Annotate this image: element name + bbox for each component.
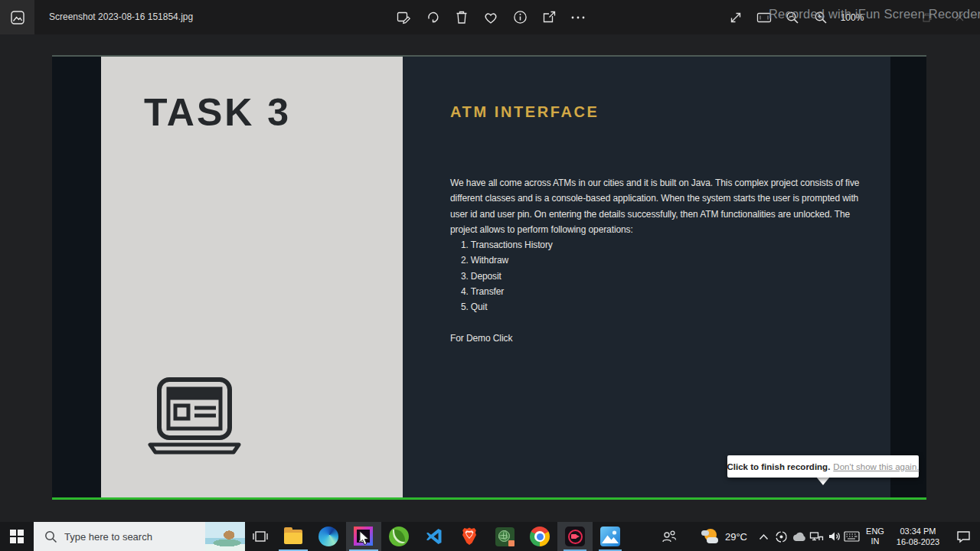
list-item: Withdraw: [461, 253, 864, 268]
info-icon: [513, 10, 528, 24]
taskbar-app-file-explorer[interactable]: [276, 522, 311, 551]
onedrive-button[interactable]: [790, 522, 808, 551]
resize-diagonal-icon: [729, 11, 743, 24]
language-code: ENG: [862, 527, 888, 536]
taskbar: 29°C: [0, 522, 980, 551]
action-center-button[interactable]: [946, 522, 980, 551]
slide-left-edge: [52, 57, 101, 500]
tooltip-pointer: [816, 477, 830, 485]
photos-toolbar: [389, 0, 593, 34]
language-indicator[interactable]: ENG IN: [861, 527, 890, 546]
fit-to-window-button[interactable]: [721, 0, 750, 34]
vscode-icon: [425, 527, 443, 546]
ellipsis-icon: [570, 15, 586, 20]
delete-button[interactable]: [447, 0, 476, 34]
network-button[interactable]: [808, 522, 825, 551]
taskbar-app-vscode[interactable]: [416, 522, 452, 551]
photos-app-menu-button[interactable]: [0, 0, 34, 34]
slideshow-icon: [756, 11, 772, 24]
windows-logo-icon: [10, 530, 24, 544]
clock[interactable]: 03:34 PM 16-08-2023: [890, 526, 946, 547]
notification-icon: [956, 530, 971, 543]
volume-button[interactable]: [825, 522, 843, 551]
window-title: Screenshot 2023-08-16 151854.jpg: [49, 0, 193, 34]
maximize-restore-button[interactable]: [911, 0, 943, 34]
zoom-out-button[interactable]: [778, 0, 806, 34]
edge-icon: [318, 527, 338, 546]
search-input[interactable]: [64, 531, 179, 543]
restore-icon: [923, 13, 932, 22]
slide-text-column: We have all come across ATMs in our citi…: [450, 175, 864, 346]
taskbar-app-eclipse[interactable]: [487, 522, 522, 551]
taskbar-search[interactable]: [34, 522, 245, 551]
taskbar-app-photos[interactable]: [593, 522, 628, 551]
slide-right-edge: [890, 57, 926, 497]
taskbar-app-brave[interactable]: [452, 522, 487, 551]
laptop-browser-icon: [142, 377, 247, 456]
file-explorer-icon: [283, 527, 303, 546]
touch-keyboard-button[interactable]: [843, 522, 861, 551]
zoom-in-button[interactable]: [806, 0, 835, 34]
taskbar-app-intellij-idea[interactable]: [346, 522, 381, 551]
recorder-tooltip: Click to finish recording. Don't show th…: [727, 455, 919, 478]
slide-heading: ATM INTERFACE: [450, 103, 599, 121]
dont-show-again-link[interactable]: Don't show this again.: [833, 462, 919, 471]
temperature: 29°C: [725, 531, 747, 543]
slide-left-panel: TASK 3: [101, 57, 403, 497]
close-icon: [956, 13, 964, 21]
operations-list: Transactions History Withdraw Deposit Tr…: [450, 237, 864, 315]
edit-icon: [397, 10, 411, 24]
rotate-icon: [426, 10, 440, 24]
photo-icon: [10, 10, 25, 25]
taskbar-app-edge[interactable]: [311, 522, 346, 551]
speaker-icon: [828, 530, 841, 543]
start-button[interactable]: [0, 522, 34, 551]
recorder-tray-icon: [775, 530, 788, 543]
date: 16-08-2023: [890, 536, 946, 547]
taskbar-app-chrome[interactable]: [522, 522, 557, 551]
show-hidden-icons-button[interactable]: [755, 522, 773, 551]
task-view-icon: [252, 529, 269, 544]
more-options-button[interactable]: [564, 0, 593, 34]
zoom-level: 100%: [835, 12, 870, 23]
photos-app-icon: [600, 527, 620, 546]
edit-button[interactable]: [389, 0, 418, 34]
screen: Screenshot 2023-08-16 151854.jpg: [0, 0, 980, 551]
taskbar-app-ifun-screen-recorder[interactable]: [557, 522, 593, 551]
chrome-icon: [530, 527, 550, 546]
eclipse-icon: [495, 527, 514, 546]
window-controls: [911, 0, 975, 34]
photo-viewer-area: TASK 3 ATM INTERFACE We have all come ac…: [0, 34, 980, 522]
search-highlight-image[interactable]: [205, 522, 245, 551]
zoom-in-icon: [814, 11, 828, 24]
trash-icon: [455, 10, 469, 24]
region-code: IN: [862, 536, 888, 546]
system-tray: 29°C: [694, 522, 980, 551]
network-icon: [809, 530, 824, 543]
ifun-screen-recorder-icon: [565, 527, 585, 546]
info-button[interactable]: [505, 0, 534, 34]
weather-icon: [701, 528, 720, 545]
list-item: Deposit: [461, 269, 864, 284]
people-icon: [661, 529, 678, 544]
list-item: Quit: [461, 299, 864, 315]
heart-icon: [483, 11, 498, 24]
taskbar-app-spring-tool-suite[interactable]: [381, 522, 416, 551]
recorder-tray-button[interactable]: [773, 522, 790, 551]
zoom-out-icon: [786, 11, 799, 24]
task-view-button[interactable]: [245, 522, 276, 551]
share-icon: [542, 10, 557, 24]
slideshow-button[interactable]: [750, 0, 778, 34]
share-button[interactable]: [534, 0, 564, 34]
search-icon: [44, 530, 57, 543]
viewed-screenshot: TASK 3 ATM INTERFACE We have all come ac…: [52, 55, 926, 500]
people-button[interactable]: [652, 522, 686, 551]
list-item: Transfer: [461, 284, 864, 299]
demo-label: For Demo Click: [450, 331, 864, 346]
time: 03:34 PM: [890, 526, 946, 536]
close-window-button[interactable]: [943, 0, 975, 34]
weather-widget[interactable]: 29°C: [694, 522, 755, 551]
list-item: Transactions History: [461, 237, 864, 253]
favorite-button[interactable]: [476, 0, 505, 34]
rotate-button[interactable]: [418, 0, 447, 34]
